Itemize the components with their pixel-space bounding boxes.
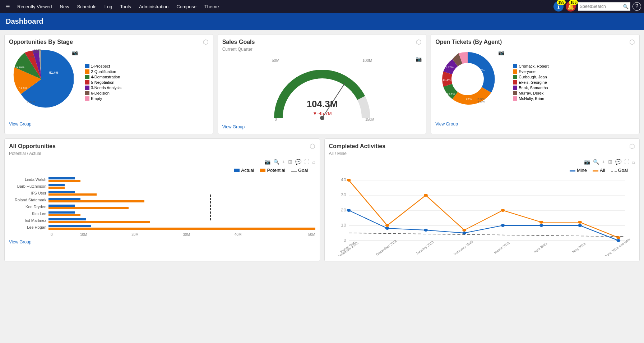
svg-text:0: 0 (275, 118, 277, 122)
top-row: Opportunities By Stage ⬡ 📷 (4, 34, 640, 134)
svg-point-40 (347, 209, 351, 212)
all-opp-legend-goal: Goal (291, 168, 308, 173)
legend-item-brink: Brink, Samantha (513, 86, 548, 90)
all-opp-view-group[interactable]: View Group (9, 239, 31, 244)
completed-grid-icon[interactable]: ⊞ (608, 159, 612, 165)
svg-point-42 (424, 229, 428, 232)
opp-stage-title: Opportunities By Stage (9, 39, 209, 45)
top-navigation: ☰ Recently Viewed New Schedule Log Tools… (0, 0, 644, 13)
all-opp-comment-icon[interactable]: 💬 (295, 159, 301, 165)
legend-item-murray: Murray, Derek (513, 91, 548, 95)
info-badge[interactable]: ℹ 155 (553, 1, 564, 12)
open-tickets-view-group[interactable]: View Group (435, 122, 458, 127)
svg-text:11.4%: 11.4% (443, 78, 451, 82)
svg-point-37 (539, 221, 543, 224)
completed-legend-mine: Mine (570, 168, 587, 173)
opp-stage-camera-icon[interactable]: 📷 (72, 50, 78, 55)
all-opp-plus-icon[interactable]: + (282, 159, 285, 165)
gauge-svg: 104.3M ▼-45.7M 0 150M (268, 64, 376, 122)
completed-activities-card: Completed Activities All / Mine ⬡ 📷 🔍 + … (324, 138, 640, 261)
alert-badge[interactable]: 🔔 186 (566, 1, 576, 12)
info-count: 155 (557, 0, 566, 5)
all-opp-legend-potential: Potential (260, 168, 285, 173)
all-opp-expand-icon[interactable]: ⛶ (304, 159, 309, 165)
opp-stage-gear-icon[interactable]: ⬡ (203, 38, 209, 46)
svg-text:▼-45.7M: ▼-45.7M (312, 111, 332, 116)
svg-point-8 (320, 116, 324, 120)
gauge-label-100m: 100M (362, 58, 372, 63)
nav-theme[interactable]: Theme (201, 0, 222, 13)
all-opportunities-card: All Opportunities Potential / Actual ⬡ 📷… (4, 138, 320, 261)
svg-text:6.34%: 6.34% (34, 49, 41, 51)
completed-gear-icon[interactable]: ⬡ (629, 142, 635, 150)
all-opp-toolbar: 📷 🔍 + ⊞ 💬 ⛶ ⌂ (9, 159, 315, 165)
svg-text:150M: 150M (365, 118, 374, 122)
hamburger-menu[interactable]: ☰ (3, 0, 13, 13)
all-opp-camera-icon[interactable]: 📷 (264, 159, 270, 165)
sales-goals-title: Sales Goals (222, 39, 422, 45)
nav-compose[interactable]: Compose (173, 0, 200, 13)
completed-home-icon[interactable]: ⌂ (632, 159, 635, 165)
completed-zoom-icon[interactable]: 🔍 (593, 159, 599, 165)
opp-stage-view-group[interactable]: View Group (9, 122, 31, 127)
completed-comment-icon[interactable]: 💬 (615, 159, 621, 165)
opportunities-by-stage-card: Opportunities By Stage ⬡ 📷 (4, 34, 213, 134)
bar-potential (48, 228, 315, 230)
bar-actual (48, 225, 91, 227)
all-opp-legend-actual: Actual (234, 168, 254, 173)
all-opp-gear-icon[interactable]: ⬡ (310, 142, 315, 150)
svg-point-32 (347, 179, 351, 182)
nav-recently-viewed[interactable]: Recently Viewed (14, 0, 56, 13)
search-input[interactable] (580, 4, 623, 9)
search-box[interactable]: 🔍 (578, 2, 630, 11)
legend-item-ekels: Ekels, Georgine (513, 80, 548, 84)
svg-text:7.04%: 7.04% (26, 55, 34, 58)
completed-toolbar: 📷 🔍 + ⊞ 💬 ⛶ ⌂ (329, 159, 635, 165)
svg-point-33 (385, 224, 389, 227)
nav-log[interactable]: Log (101, 0, 116, 13)
opp-stage-legend: 1-Prospect 2-Qualification 4-Demonstrati… (85, 64, 121, 102)
svg-text:104.3M: 104.3M (306, 99, 338, 109)
alert-count: 186 (569, 0, 578, 5)
legend-dot-negotiation (85, 80, 89, 84)
legend-item-mcnulty: McNulty, Brian (513, 96, 548, 101)
svg-point-35 (462, 229, 466, 232)
open-tickets-donut: 29.5% 25% 13.6% 11.4% 2.27% -2.27% 4.55% (435, 47, 500, 111)
nav-tools[interactable]: Tools (117, 0, 135, 13)
search-icon[interactable]: 🔍 (623, 4, 629, 9)
all-opp-home-icon[interactable]: ⌂ (312, 159, 315, 165)
sales-goals-view-group[interactable]: View Group (222, 124, 245, 129)
legend-item-decision: 6-Decision (85, 91, 121, 95)
bar-row: IFS User (9, 190, 315, 196)
help-button[interactable]: ? (633, 2, 641, 11)
svg-text:December 2022: December 2022 (336, 242, 359, 256)
opp-stage-chart-area: 📷 51.4% (9, 47, 209, 119)
legend-item-qualification: 2-Qualification (85, 69, 121, 74)
completed-legend-goal: Goal (611, 168, 628, 173)
open-tickets-camera-icon[interactable]: 📷 (498, 50, 504, 55)
bar-potential (48, 200, 144, 202)
completed-plus-icon[interactable]: + (602, 159, 605, 165)
nav-administration[interactable]: Administration (135, 0, 172, 13)
goal-line (210, 195, 211, 220)
completed-legend: Mine All Goal (329, 168, 635, 173)
open-tickets-gear-icon[interactable]: ⬡ (629, 38, 635, 46)
nav-schedule[interactable]: Schedule (74, 0, 100, 13)
completed-chart-container: 40 30 20 10 0 (329, 177, 635, 257)
nav-new[interactable]: New (56, 0, 73, 13)
completed-camera-icon[interactable]: 📷 (584, 159, 590, 165)
open-tickets-legend: Cromack, Robert Everyone Curbough, Joan … (513, 64, 548, 102)
svg-text:0: 0 (343, 238, 346, 243)
completed-expand-icon[interactable]: ⛶ (624, 159, 629, 165)
sales-goals-gauge: 📷 50M 100M 1 (222, 55, 422, 122)
all-opp-grid-icon[interactable]: ⊞ (288, 159, 292, 165)
legend-item-negotiation: 5-Negotiation (85, 80, 121, 84)
svg-point-46 (578, 224, 582, 227)
bar-row: Ken Dryden (9, 204, 315, 210)
svg-point-45 (539, 224, 543, 227)
bar-row: Kim Lee (9, 211, 315, 216)
open-tickets-card: Open Tickets (By Agent) ⬡ 📷 (431, 34, 640, 134)
sales-goals-camera-icon[interactable]: 📷 (416, 56, 422, 62)
all-opp-zoom-icon[interactable]: 🔍 (273, 159, 279, 165)
sales-goals-gear-icon[interactable]: ⬡ (416, 38, 422, 46)
